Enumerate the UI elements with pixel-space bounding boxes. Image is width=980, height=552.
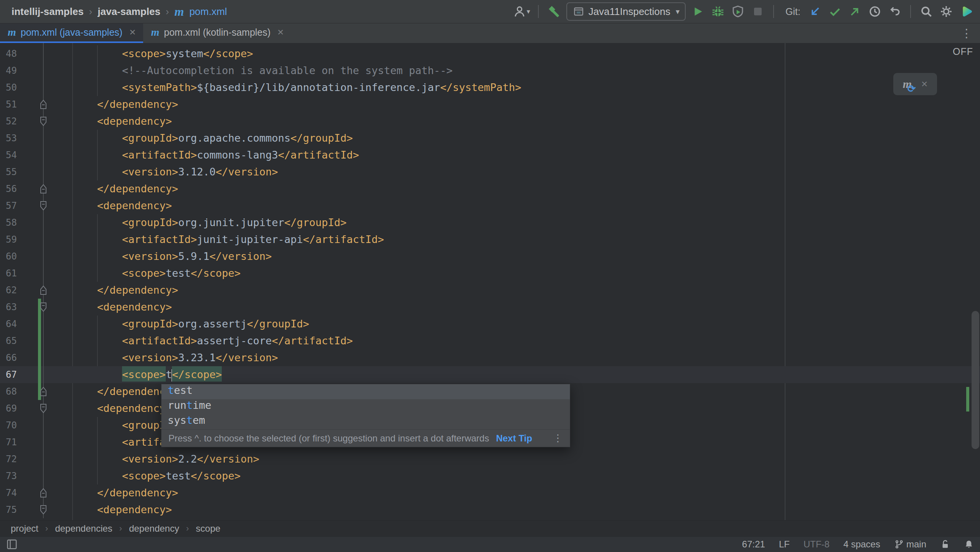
line-number: 73 [0,468,17,484]
close-icon[interactable]: × [129,26,135,38]
code-line[interactable]: <scope>t</scope> [47,366,222,383]
code-line[interactable]: <artifactId>assertj-core</artifactId> [47,332,353,349]
folding-marker-icon[interactable] [39,284,48,297]
folding-marker-icon[interactable] [39,504,48,517]
code-line[interactable]: <version>3.23.1</version> [47,349,278,366]
coverage-icon [731,5,745,18]
code-line[interactable]: </dependency> [47,484,178,501]
notifications-bell-icon[interactable] [964,539,974,549]
close-icon[interactable]: × [277,26,284,38]
code-line[interactable]: <dependency> [47,501,172,518]
vcs-change-stripe-mark[interactable] [966,387,969,412]
breadcrumb-module[interactable]: java-samples [98,6,160,18]
code-line[interactable]: <artifactId>commons-lang3</artifactId> [47,147,359,164]
code-line[interactable]: </dependency> [47,282,178,299]
stop-button[interactable] [750,2,766,21]
line-number: 61 [0,265,17,282]
line-number: 59 [0,231,17,248]
folding-marker-icon[interactable] [39,487,48,500]
git-update-button[interactable] [807,2,823,21]
code-line[interactable]: <version>3.12.0</version> [47,164,278,180]
code-line[interactable]: </dependenc [47,383,166,400]
coverage-button[interactable] [730,2,746,21]
code-line[interactable]: <dependency> [47,113,172,130]
code-line[interactable]: </dependency> [47,96,178,113]
git-branch-widget[interactable]: main [894,539,926,550]
xml-breadcrumb-item[interactable]: dependencies [55,523,112,534]
completion-item[interactable]: test [162,384,570,399]
code-line[interactable]: <groupId>org.junit.jupiter</groupId> [47,214,346,231]
editor-tab[interactable]: mpom.xml (kotlin-samples)× [143,23,291,43]
run-button[interactable] [690,2,706,21]
code-line[interactable]: <dependency [47,400,166,417]
status-bar: 67:21 LF UTF-8 4 spaces main [0,536,980,552]
line-number: 66 [0,349,17,366]
code-line[interactable]: <scope>test</scope> [47,265,241,282]
rollback-button[interactable] [887,2,902,21]
completion-item[interactable]: system [162,414,570,429]
xml-breadcrumb-item[interactable]: scope [196,523,220,534]
right-margin-guide [785,43,785,520]
user-menu-button[interactable]: ▾ [513,2,530,21]
tool-window-layout-icon[interactable] [6,539,18,550]
settings-button[interactable] [939,2,954,21]
xml-breadcrumb-item[interactable]: project [11,523,38,534]
search-button[interactable] [919,2,934,21]
folding-marker-icon[interactable] [39,99,48,112]
toolbar-actions: ▾Java11Inspections▾Git: [513,2,980,21]
scrollbar-thumb[interactable] [972,311,979,449]
git-push-button[interactable] [847,2,863,21]
folding-marker-icon[interactable] [39,200,48,213]
indent-setting[interactable]: 4 spaces [843,539,880,550]
completion-item[interactable]: runtime [162,399,570,414]
line-number: 69 [0,400,17,417]
unlocked-padlock-icon[interactable] [940,539,950,549]
breadcrumbs-bar: project›dependencies›dependency›scope [0,520,980,536]
kebab-menu-icon[interactable]: ⋮ [553,432,563,444]
avatar-button[interactable] [959,2,974,21]
file-encoding[interactable]: UTF-8 [803,539,830,550]
code-line[interactable]: <groupId>org.assertj</groupId> [47,316,309,332]
toolbar-divider [538,5,539,18]
folding-marker-icon[interactable] [39,386,48,399]
git-commit-button[interactable] [827,2,843,21]
breadcrumb-file[interactable]: pom.xml [189,6,227,18]
code-line[interactable]: <systemPath>${basedir}/lib/annotation-in… [47,79,521,96]
next-tip-link[interactable]: Next Tip [496,433,532,444]
folding-marker-icon[interactable] [39,116,48,129]
code-line[interactable]: <version>5.9.1</version> [47,248,272,265]
code-line[interactable]: <!--Autocompletion is available on the s… [47,62,453,79]
line-number: 74 [0,484,17,501]
debug-button[interactable] [710,2,726,21]
code-line[interactable]: <artifactId>junit-jupiter-api</artifactI… [47,231,384,248]
code-line[interactable]: <dependency> [47,197,172,214]
highlighting-status-badge[interactable]: OFF [953,46,973,57]
xml-breadcrumb-item[interactable]: dependency [129,523,179,534]
folding-marker-icon[interactable] [39,403,48,416]
code-line[interactable]: <artifa [47,434,166,451]
editor[interactable]: 48 <scope>system</scope>49 <!--Autocompl… [0,43,980,520]
breadcrumb-project[interactable]: intellij-samples [12,6,84,18]
line-number: 72 [0,451,17,468]
folding-marker-icon[interactable] [39,301,48,314]
line-number: 58 [0,214,17,231]
code-line[interactable]: <scope>system</scope> [47,45,253,62]
folding-marker-icon[interactable] [39,183,48,196]
editor-tab[interactable]: mpom.xml (java-samples)× [0,23,143,43]
close-icon[interactable]: × [921,78,927,90]
code-line[interactable]: <groupI [47,417,166,434]
git-update-icon [808,5,822,18]
code-line[interactable]: <groupId>org.apache.commons</groupId> [47,130,353,147]
git-label: Git: [785,6,800,17]
code-line[interactable]: <version>2.2</version> [47,451,259,468]
build-hammer-button[interactable] [546,2,562,21]
code-line[interactable]: <scope>test</scope> [47,468,241,484]
more-options-kebab-icon[interactable]: ⋮ [953,23,980,43]
maven-reload-button[interactable]: m ⟳ [903,78,912,91]
line-separator[interactable]: LF [779,539,790,550]
run-config-selector[interactable]: Java11Inspections▾ [566,2,686,21]
code-line[interactable]: </dependency> [47,180,178,197]
caret-position[interactable]: 67:21 [742,539,765,550]
code-line[interactable]: <dependency> [47,299,172,316]
history-button[interactable] [867,2,883,21]
